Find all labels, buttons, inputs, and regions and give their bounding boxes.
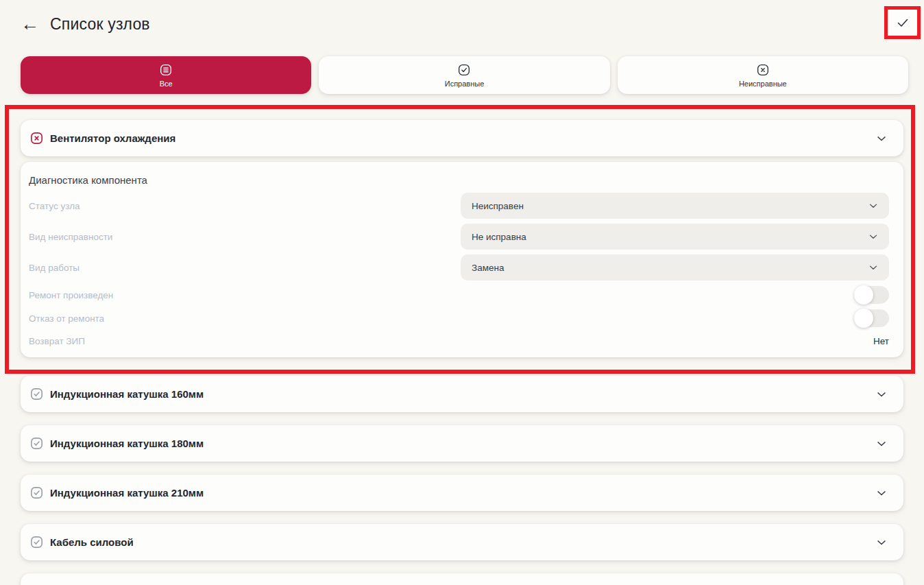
node-title: Индукционная катушка 210мм: [50, 487, 875, 499]
field-label: Вид работы: [29, 263, 80, 273]
confirm-button-annotation: [884, 6, 921, 39]
node-title: Вентилятор охлаждения: [50, 132, 875, 144]
field-row-node-status: Статус узла Неисправен: [29, 193, 889, 219]
filter-tabs: Все Исправные Неисправные: [21, 56, 908, 94]
node-header-coil-210[interactable]: Индукционная катушка 210мм: [21, 475, 903, 511]
chevron-down-icon: [875, 486, 888, 500]
x-square-icon: [755, 62, 770, 77]
node-list: Индукционная катушка 160мм Индукционная …: [0, 376, 924, 585]
list-icon: [158, 62, 173, 77]
node-header-coil-160[interactable]: Индукционная катушка 160мм: [21, 376, 903, 412]
chevron-down-icon: [875, 536, 888, 549]
tab-faulty[interactable]: Неисправные: [618, 56, 908, 94]
tab-all[interactable]: Все: [21, 56, 311, 94]
zip-return-value: Нет: [873, 336, 889, 346]
check-square-icon: [29, 485, 45, 501]
app-header: ← Список узлов: [0, 0, 924, 48]
fault-type-dropdown[interactable]: Не исправна: [461, 224, 889, 250]
tab-working[interactable]: Исправные: [319, 56, 609, 94]
check-square-icon: [457, 62, 472, 77]
check-square-icon: [29, 435, 45, 451]
arrow-left-icon: ←: [21, 14, 39, 34]
work-type-dropdown[interactable]: Замена: [461, 254, 889, 280]
node-title: Кабель силовой: [50, 536, 875, 548]
node-status-dropdown[interactable]: Неисправен: [461, 193, 889, 219]
field-row-work-type: Вид работы Замена: [29, 254, 889, 280]
node-title: Индукционная катушка 180мм: [50, 438, 875, 449]
dropdown-value: Не исправна: [472, 232, 526, 242]
node-title: Индукционная катушка 160мм: [50, 388, 875, 400]
checkmark-icon: [895, 14, 911, 31]
chevron-down-icon: [867, 261, 879, 274]
tab-faulty-label: Неисправные: [739, 80, 787, 88]
chevron-down-icon: [867, 230, 879, 243]
tab-working-label: Исправные: [445, 80, 485, 88]
field-row-zip-return: Возврат ЗИП Нет: [29, 334, 889, 348]
confirm-button[interactable]: [895, 14, 911, 31]
field-label: Возврат ЗИП: [29, 336, 85, 346]
dropdown-value: Замена: [472, 263, 504, 273]
diagnostics-section-title: Диагностика компонента: [29, 174, 889, 188]
field-row-fault-type: Вид неисправности Не исправна: [29, 224, 889, 250]
node-header-power-cable[interactable]: Кабель силовой: [21, 524, 903, 560]
field-row-repair-refused: Отказ от ремонта: [29, 309, 889, 327]
chevron-down-icon: [875, 387, 888, 401]
dropdown-value: Неисправен: [472, 201, 524, 211]
field-label: Отказ от ремонта: [29, 313, 104, 324]
node-header-partial[interactable]: [21, 573, 903, 585]
repair-refused-toggle[interactable]: [855, 309, 889, 327]
repair-done-toggle[interactable]: [855, 286, 889, 304]
tab-all-label: Все: [160, 80, 173, 88]
diagnostics-panel: Диагностика компонента Статус узла Неисп…: [21, 162, 903, 357]
page-title: Список узлов: [50, 15, 150, 34]
toggle-thumb: [854, 309, 873, 328]
field-label: Вид неисправности: [29, 232, 112, 242]
field-row-repair-done: Ремонт произведен: [29, 286, 889, 304]
check-square-icon: [29, 386, 45, 402]
field-label: Статус узла: [29, 201, 80, 211]
x-square-icon: [29, 130, 45, 146]
chevron-down-icon: [875, 437, 888, 451]
toggle-thumb: [854, 285, 873, 305]
check-square-icon: [29, 534, 45, 550]
node-header-cooling-fan[interactable]: Вентилятор охлаждения: [21, 120, 903, 156]
chevron-down-icon: [867, 200, 879, 212]
field-label: Ремонт произведен: [29, 290, 113, 300]
node-header-coil-180[interactable]: Индукционная катушка 180мм: [21, 425, 903, 462]
chevron-down-icon: [875, 132, 888, 145]
back-button[interactable]: ←: [21, 15, 39, 34]
